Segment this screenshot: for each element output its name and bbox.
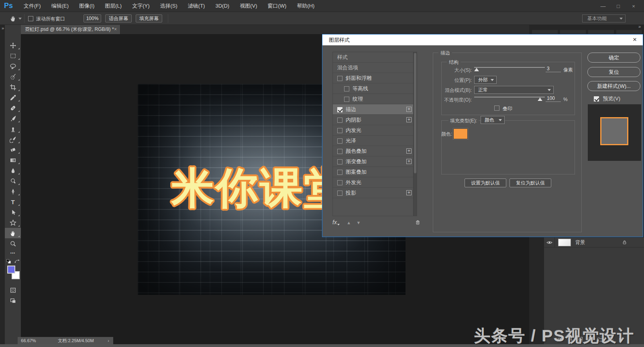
minimize-icon[interactable]: — — [600, 3, 606, 9]
close-icon[interactable]: × — [630, 3, 637, 9]
crop-tool[interactable] — [5, 82, 21, 92]
swap-colors-icon[interactable] — [14, 259, 20, 264]
brush-tool[interactable] — [5, 113, 21, 124]
menu-layer[interactable]: 图层(L) — [100, 0, 127, 12]
checkbox[interactable] — [337, 128, 342, 133]
spot-healing-brush-tool[interactable] — [5, 103, 21, 113]
move-style-down-icon[interactable]: ▼ — [356, 220, 361, 225]
add-instance-icon[interactable]: + — [406, 148, 412, 154]
panel-tab[interactable] — [532, 30, 558, 34]
checkbox[interactable] — [337, 191, 342, 196]
dock-collapse-icon[interactable]: » — [638, 24, 640, 29]
screen-mode-button[interactable] — [5, 295, 21, 306]
menu-help[interactable]: 帮助(H) — [291, 0, 320, 12]
style-list-item-texture[interactable]: 纹理 — [333, 94, 414, 104]
size-slider[interactable] — [474, 66, 545, 71]
delete-style-icon[interactable] — [415, 219, 420, 225]
pen-tool[interactable] — [5, 186, 21, 197]
size-value-field[interactable]: 3 — [546, 66, 561, 72]
history-brush-tool[interactable] — [5, 134, 21, 144]
menu-3d[interactable]: 3D(D) — [210, 0, 234, 12]
status-zoom-field[interactable]: 66.67% — [18, 337, 39, 344]
menu-window[interactable]: 窗口(W) — [262, 0, 291, 12]
ok-button[interactable]: 确定 — [587, 53, 640, 63]
menu-filter[interactable]: 滤镜(T) — [183, 0, 210, 12]
panel-tab[interactable] — [588, 30, 614, 34]
style-list-item-satin[interactable]: 光泽 — [333, 136, 414, 146]
menu-select[interactable]: 选择(S) — [155, 0, 183, 12]
status-chevron-icon[interactable]: › — [108, 337, 109, 344]
opacity-slider[interactable] — [474, 95, 545, 101]
style-list-item-pattern-overlay[interactable]: 图案叠加 — [333, 167, 414, 177]
quick-mask-button[interactable] — [5, 285, 21, 295]
checkbox[interactable] — [337, 118, 342, 123]
checkbox[interactable] — [337, 159, 342, 164]
dodge-tool[interactable] — [5, 176, 21, 186]
eyedropper-tool[interactable] — [5, 92, 21, 103]
type-tool[interactable]: T — [5, 197, 21, 207]
eraser-tool[interactable] — [5, 144, 21, 155]
fit-screen-button[interactable]: 适合屏幕 — [105, 14, 132, 22]
style-list-scrollbar[interactable] — [413, 52, 417, 216]
menu-type[interactable]: 文字(Y) — [127, 0, 155, 12]
add-instance-icon[interactable]: + — [406, 107, 412, 112]
style-list-item-color-overlay[interactable]: 颜色叠加+ — [333, 146, 414, 156]
reset-default-button[interactable]: 复位为默认值 — [509, 179, 551, 187]
background-layer-row[interactable]: 背景 — [544, 237, 644, 248]
scroll-all-windows-checkbox[interactable] — [28, 16, 33, 21]
quick-selection-tool[interactable] — [5, 71, 21, 82]
hand-tool[interactable] — [5, 228, 21, 238]
style-list-item-styles[interactable]: 样式 — [333, 52, 414, 63]
tab-close-icon[interactable]: × — [114, 25, 117, 34]
gradient-tool[interactable] — [5, 155, 21, 165]
zoom-tool[interactable] — [5, 238, 21, 249]
style-list-item-blending-options[interactable]: 混合选项 — [333, 63, 414, 73]
lasso-tool[interactable] — [5, 61, 21, 71]
tool-preset-chevron-icon[interactable] — [18, 18, 22, 20]
status-doc-info[interactable]: 文档:2.25M/4.50M › — [39, 337, 113, 344]
clone-stamp-tool[interactable] — [5, 124, 21, 134]
menu-view[interactable]: 视图(V) — [234, 0, 262, 12]
blend-mode-dropdown[interactable]: 正常 — [474, 86, 554, 94]
foreground-color-swatch[interactable] — [7, 266, 15, 274]
checkbox[interactable] — [337, 76, 342, 81]
set-default-button[interactable]: 设置为默认值 — [465, 179, 506, 187]
blur-tool[interactable] — [5, 165, 21, 176]
checkbox[interactable] — [344, 86, 349, 91]
maximize-icon[interactable]: □ — [615, 3, 622, 9]
fill-screen-button[interactable]: 填充屏幕 — [136, 14, 162, 22]
overprint-checkbox[interactable] — [494, 106, 499, 111]
add-instance-icon[interactable]: + — [406, 190, 412, 195]
preview-toggle[interactable]: 预览(V) — [594, 95, 620, 101]
move-style-up-icon[interactable]: ▲ — [346, 220, 351, 225]
zoom-100-button[interactable]: 100% — [84, 14, 101, 22]
edit-toolbar-icon[interactable]: ••• — [5, 249, 21, 258]
stroke-color-swatch[interactable] — [453, 128, 468, 139]
style-list-item-stroke[interactable]: 描边+ — [333, 104, 414, 115]
path-selection-tool[interactable] — [5, 207, 21, 217]
style-list-item-drop-shadow[interactable]: 投影+ — [333, 188, 414, 198]
workspace-selector[interactable]: 基本功能 — [582, 14, 626, 22]
panel-tab[interactable] — [616, 30, 642, 34]
layer-visibility-cell[interactable] — [544, 237, 555, 248]
style-list-item-inner-shadow[interactable]: 内阴影+ — [333, 115, 414, 125]
style-list-item-outer-glow[interactable]: 外发光 — [333, 177, 414, 188]
checkbox-checked[interactable] — [337, 107, 342, 112]
fill-type-dropdown[interactable]: 颜色 — [481, 116, 505, 124]
preview-checkbox[interactable] — [594, 96, 599, 101]
reset-button[interactable]: 复位 — [587, 67, 640, 77]
menu-edit[interactable]: 编辑(E) — [46, 0, 74, 12]
style-list-item-contour[interactable]: 等高线 — [333, 83, 414, 94]
dialog-title-bar[interactable]: 图层样式 × — [322, 34, 643, 45]
fx-icon[interactable]: fx — [332, 219, 337, 225]
panel-tab[interactable] — [560, 30, 586, 34]
new-style-button[interactable]: 新建样式(W)... — [587, 81, 640, 91]
style-list-item-inner-glow[interactable]: 内发光 — [333, 125, 414, 136]
marquee-tool[interactable] — [5, 51, 21, 61]
checkbox[interactable] — [337, 149, 342, 154]
checkbox[interactable] — [337, 180, 342, 185]
menu-file[interactable]: 文件(F) — [18, 0, 46, 12]
style-list-item-gradient-overlay[interactable]: 渐变叠加+ — [333, 156, 414, 167]
checkbox[interactable] — [344, 97, 349, 102]
toolbar-collapse-icon[interactable]: » — [2, 26, 3, 30]
